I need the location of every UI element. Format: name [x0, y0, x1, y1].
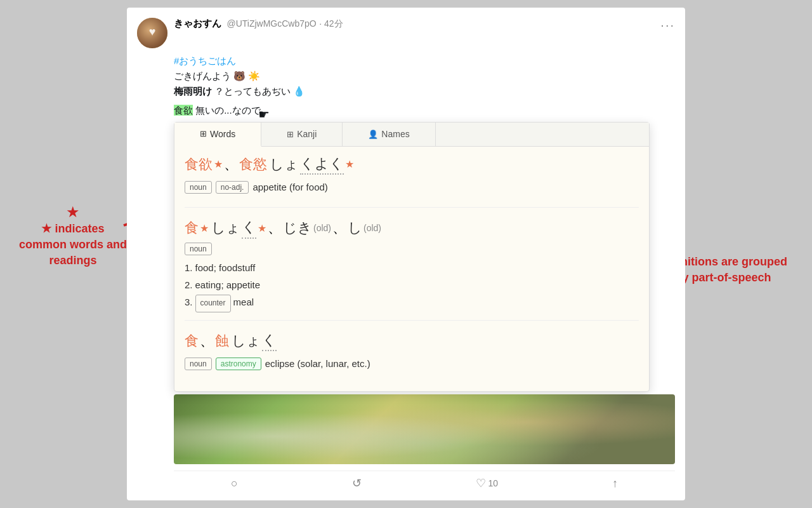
entry2-reading-dotted: く — [242, 218, 256, 239]
entry2-kanji: 食 — [185, 218, 199, 238]
highlighted-word[interactable]: 食欲 — [174, 105, 193, 116]
star-icon: ★ — [19, 203, 127, 221]
reply-icon: ○ — [231, 477, 238, 490]
tab-names[interactable]: 👤 Names — [343, 123, 435, 146]
words-tab-icon: ⊞ — [200, 129, 207, 138]
star-annotation: ★ ★ indicates common words and readings — [19, 203, 127, 269]
share-icon: ↑ — [612, 477, 618, 490]
entry1-tags: noun no-adj. appetite (for food) — [185, 178, 639, 196]
entry1-kanji2: 食慾 — [239, 155, 267, 175]
retweet-button[interactable]: ↺ — [352, 476, 362, 490]
tweet-meta: きゃおすん @UTiZjwMGcCwb7pO · 42分 — [174, 18, 660, 30]
entry3-definition: eclipse (solar, lunar, etc.) — [265, 355, 370, 372]
def-item-3: 3. counter meal — [185, 293, 639, 312]
tab-kanji[interactable]: ⊞ Kanji — [261, 123, 343, 146]
entry1-definition: appetite (for food) — [252, 178, 327, 196]
def-text-2: eating; appetite — [195, 276, 261, 293]
entry2-alt1: じき — [283, 218, 312, 238]
tweet-header: ♥ きゃおすん @UTiZjwMGcCwb7pO · 42分 ··· — [137, 18, 675, 48]
tweet-image-overlay — [174, 394, 675, 464]
like-button[interactable]: ♡ 10 — [476, 476, 499, 490]
entry2-star1: ★ — [200, 222, 209, 236]
entry3-kanji1: 食 — [185, 331, 199, 351]
entry2-sep1: 、 — [268, 218, 282, 238]
tab-words-label: Words — [210, 129, 235, 139]
entry3-sep: 、 — [200, 331, 214, 351]
def-text-3: meal — [233, 293, 254, 311]
dictionary-popup: ⊞ Words ⊞ Kanji 👤 Names 食欲 — [174, 122, 650, 392]
entry2-tag-counter: counter — [195, 295, 231, 312]
word-heading-2: 食 ★ しょ く ★ 、 じき (old) 、 し (old) — [185, 218, 639, 239]
user-name: きゃおすん — [174, 18, 221, 29]
tweet-line-hashtag: #おうちごはん — [174, 53, 675, 69]
entry3-tag-noun: noun — [185, 358, 212, 370]
avatar-image: ♥ — [137, 18, 167, 48]
entry2-star2: ★ — [258, 222, 266, 236]
entry2-tag-noun: noun — [185, 243, 212, 255]
like-icon: ♡ — [476, 476, 486, 490]
tweet-card: ♥ きゃおすん @UTiZjwMGcCwb7pO · 42分 ··· #おうちご… — [127, 8, 685, 501]
word-heading-1: 食欲 ★ 、 食慾 しょ くよく ★ — [185, 154, 639, 175]
reply-button[interactable]: ○ — [231, 476, 238, 490]
entry3-tag-astronomy: astronomy — [216, 358, 261, 370]
avatar: ♥ — [137, 18, 167, 48]
entry2-old1: (old) — [313, 222, 331, 235]
entry1-tag-noadj: no-adj. — [216, 181, 249, 194]
word-entry-1: 食欲 ★ 、 食慾 しょ くよく ★ noun no-adj. appetite… — [185, 154, 639, 208]
def-num-3: 3. — [185, 293, 193, 311]
entry2-alt2: し — [348, 218, 362, 238]
word-entry-2: 食 ★ しょ く ★ 、 じき (old) 、 し (old) — [185, 218, 639, 320]
names-tab-icon: 👤 — [368, 130, 378, 139]
entry1-star2: ★ — [345, 157, 354, 171]
page-wrapper: ★ ★ indicates common words and readings … — [0, 0, 812, 508]
entry2-old2: (old) — [363, 222, 381, 235]
entry3-reading1: しょ — [232, 331, 261, 351]
def-item-2: 2. eating; appetite — [185, 276, 639, 293]
tab-names-label: Names — [381, 129, 409, 139]
def-num-2: 2. — [185, 276, 193, 293]
tweet-image — [174, 394, 675, 464]
tweet-line3: 食欲 無いの...なので ☛ — [174, 99, 675, 119]
dict-tabs: ⊞ Words ⊞ Kanji 👤 Names — [174, 123, 649, 147]
avatar-heart-icon: ♥ — [149, 25, 156, 39]
entry1-tag-noun: noun — [185, 181, 212, 194]
tweet-time: · 42分 — [319, 18, 343, 29]
entry1-reading1: しょ — [270, 155, 299, 175]
word-heading-3: 食 、 蝕 しょ く — [185, 331, 639, 352]
def-num-1: 1. — [185, 259, 193, 276]
entry3-tags: noun astronomy eclipse (solar, lunar, et… — [185, 355, 639, 372]
tab-words[interactable]: ⊞ Words — [174, 123, 261, 147]
tweet-actions: ○ ↺ ♡ 10 ↑ — [174, 471, 675, 490]
entry1-reading-dotted: くよく — [300, 154, 344, 175]
entry2-tags: noun — [185, 243, 639, 255]
tweet-body: #おうちごはん ごきげんよう 🐻 ☀️ 梅雨明け ？とってもあぢい 💧 食欲 無… — [174, 53, 675, 119]
hashtag[interactable]: #おうちごはん — [174, 55, 236, 66]
entry2-definitions: 1. food; foodstuff 2. eating; appetite 3… — [185, 259, 639, 312]
cursor-hand-icon: ☛ — [258, 107, 270, 121]
entry2-sep2: 、 — [332, 218, 346, 238]
def-text-1: food; foodstuff — [195, 259, 256, 276]
tweet-line2: 梅雨明け ？とってもあぢい 💧 — [174, 84, 675, 99]
star-annotation-text: ★ indicates common words and readings — [19, 221, 127, 269]
entry1-sep: 、 — [224, 155, 238, 175]
more-options-button[interactable]: ··· — [660, 18, 675, 32]
entry2-reading1: しょ — [211, 218, 240, 238]
entry3-reading-dotted: く — [262, 331, 277, 352]
retweet-icon: ↺ — [352, 476, 362, 490]
tab-kanji-label: Kanji — [297, 129, 317, 139]
entry3-kanji2: 蝕 — [215, 331, 229, 351]
user-handle[interactable]: @UTiZjwMGcCwb7pO — [226, 18, 316, 29]
tweet-line1: ごきげんよう 🐻 ☀️ — [174, 69, 675, 84]
def-item-1: 1. food; foodstuff — [185, 259, 639, 276]
entry1-kanji1: 食欲 — [185, 155, 213, 175]
dict-content: 食欲 ★ 、 食慾 しょ くよく ★ noun no-adj. appetite… — [174, 147, 649, 392]
word-entry-3: 食 、 蝕 しょ く noun astronomy eclipse (solar… — [185, 331, 639, 384]
entry1-star1: ★ — [214, 157, 223, 171]
bold-text: 梅雨明け — [174, 86, 212, 97]
kanji-tab-icon: ⊞ — [287, 130, 294, 139]
share-button[interactable]: ↑ — [612, 476, 618, 490]
like-count: 10 — [488, 478, 499, 488]
